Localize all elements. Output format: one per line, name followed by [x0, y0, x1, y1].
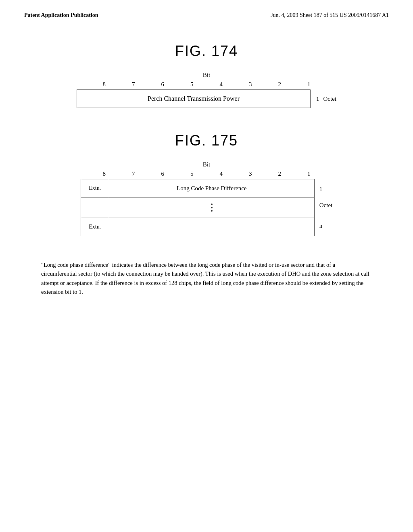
fig175-title: FIG. 175: [24, 132, 389, 149]
fig174-table-wrapper: Perch Channel Transmission Power 1 Octet: [24, 89, 389, 108]
fig175-table-wrapper: Extn. Long Code Phase Difference: [24, 179, 389, 236]
bit-3: 3: [238, 81, 263, 88]
fig175-section: FIG. 175 Bit 8 7 6 5 4 3 2 1 Extn. Lon: [24, 132, 389, 236]
dot-3: [211, 210, 213, 212]
header-info: Jun. 4, 2009 Sheet 187 of 515 US 2009/01…: [271, 12, 389, 19]
bit175-8: 8: [92, 170, 116, 177]
bit-1: 1: [297, 81, 321, 88]
bit-8: 8: [92, 81, 116, 88]
fig175-extn-last: Extn.: [81, 218, 109, 236]
fig174-octet-label: Octet: [323, 96, 336, 102]
fig175-row1: Extn. Long Code Phase Difference: [81, 179, 315, 197]
dot-2: [211, 207, 213, 208]
fig174-bit-label: Bit: [24, 72, 389, 79]
fig174-row-number: 1: [316, 96, 319, 102]
bit175-3: 3: [238, 170, 263, 177]
description-paragraph: "Long code phase difference" indicates t…: [41, 260, 372, 297]
fig175-extn-1: Extn.: [81, 179, 109, 197]
fig174-cell-content: Perch Channel Transmission Power: [148, 95, 240, 102]
bit175-2: 2: [267, 170, 292, 177]
page-header: Patent Application Publication Jun. 4, 2…: [24, 12, 389, 19]
fig174-row-container: Perch Channel Transmission Power 1 Octet: [77, 89, 336, 108]
bit-4: 4: [209, 81, 233, 88]
bit175-4: 4: [209, 170, 233, 177]
bit-6: 6: [150, 81, 175, 88]
fig175-table: Extn. Long Code Phase Difference: [81, 179, 315, 236]
bit175-1: 1: [297, 170, 321, 177]
bit175-5: 5: [180, 170, 204, 177]
bit-7: 7: [121, 81, 146, 88]
fig175-dots-left: [81, 197, 109, 218]
fig175-content-1: Long Code Phase Difference: [109, 179, 314, 197]
bit175-6: 6: [150, 170, 175, 177]
fig175-bit-label: Bit: [24, 161, 389, 168]
fig174-bit-row: 8 7 6 5 4 3 2 1: [90, 81, 323, 88]
page: Patent Application Publication Jun. 4, 2…: [0, 0, 413, 532]
fig175-row-last: Extn.: [81, 218, 315, 236]
fig175-dots-center: [109, 197, 314, 218]
fig175-dots-row: [81, 197, 315, 218]
fig175-octet-label: Octet: [319, 202, 332, 209]
fig174-data-cell: Perch Channel Transmission Power: [77, 89, 311, 108]
fig175-row-last-number: n: [319, 222, 332, 229]
fig175-bit-row: 8 7 6 5 4 3 2 1: [90, 170, 323, 177]
bit175-7: 7: [121, 170, 146, 177]
fig175-right-labels: 1 Octet n: [319, 179, 332, 236]
fig175-content-last: [109, 218, 314, 236]
fig174-bit-numbers: 8 7 6 5 4 3 2 1: [24, 81, 389, 88]
bit-5: 5: [180, 81, 204, 88]
fig175-row1-number: 1: [319, 186, 332, 193]
fig174-section: FIG. 174 Bit 8 7 6 5 4 3 2 1 Perch Chann…: [24, 43, 389, 108]
bit-2: 2: [267, 81, 292, 88]
fig174-octet-area: 1 Octet: [316, 96, 336, 102]
fig175-table-with-labels: Extn. Long Code Phase Difference: [81, 179, 332, 236]
fig175-bit-numbers: 8 7 6 5 4 3 2 1: [24, 170, 389, 177]
fig174-title: FIG. 174: [24, 43, 389, 60]
dot-1: [211, 204, 213, 205]
publication-label: Patent Application Publication: [24, 12, 98, 19]
